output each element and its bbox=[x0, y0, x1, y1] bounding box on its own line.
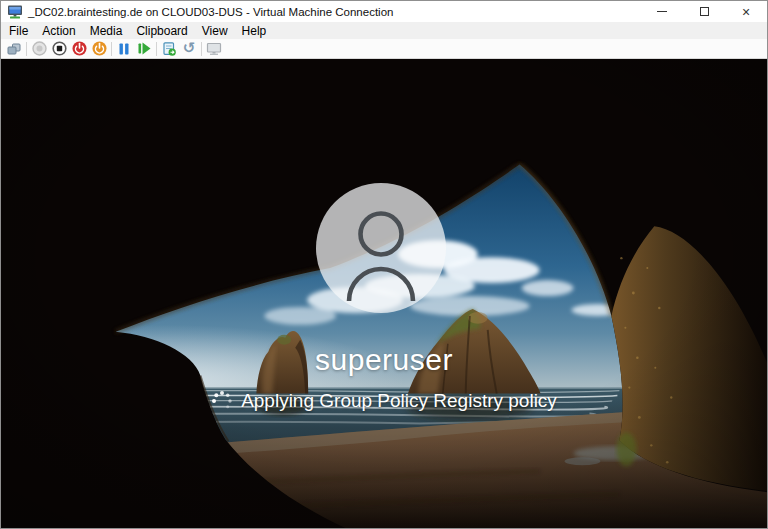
close-icon: × bbox=[742, 5, 750, 19]
save-button[interactable] bbox=[89, 40, 109, 58]
resume-button[interactable] bbox=[134, 40, 154, 58]
close-button[interactable]: × bbox=[725, 1, 767, 22]
enhanced-session-button[interactable] bbox=[204, 40, 224, 58]
pause-icon bbox=[117, 42, 131, 56]
virtual-machine-connection-icon bbox=[7, 4, 23, 20]
status-message: Applying Group Policy Registry policy bbox=[241, 390, 557, 412]
toolbar-separator bbox=[26, 42, 27, 56]
toolbar-separator bbox=[156, 42, 157, 56]
menu-clipboard[interactable]: Clipboard bbox=[129, 23, 194, 39]
vmconnect-window: _DC02.braintesting.de on CLOUD03-DUS - V… bbox=[0, 0, 768, 529]
window-title: _DC02.braintesting.de on CLOUD03-DUS - V… bbox=[28, 6, 641, 18]
menu-file[interactable]: File bbox=[2, 23, 35, 39]
pause-button[interactable] bbox=[114, 40, 134, 58]
menu-media[interactable]: Media bbox=[83, 23, 130, 39]
vm-display[interactable]: superuser Applying Group Policy Registry… bbox=[1, 59, 767, 528]
minimize-icon bbox=[657, 11, 667, 12]
toolbar-separator bbox=[111, 42, 112, 56]
user-silhouette-icon bbox=[316, 183, 446, 313]
checkpoint-icon bbox=[161, 41, 177, 57]
status-row: Applying Group Policy Registry policy bbox=[1, 390, 767, 412]
turn-off-button[interactable] bbox=[49, 40, 69, 58]
revert-icon: ↺ bbox=[183, 40, 196, 55]
resume-icon bbox=[137, 41, 152, 56]
toolbar-separator bbox=[201, 42, 202, 56]
turn-off-icon bbox=[52, 41, 67, 56]
menu-bar: File Action Media Clipboard View Help bbox=[1, 22, 767, 39]
start-button[interactable] bbox=[29, 40, 49, 58]
menu-view[interactable]: View bbox=[195, 23, 235, 39]
menu-help[interactable]: Help bbox=[235, 23, 274, 39]
title-bar[interactable]: _DC02.braintesting.de on CLOUD03-DUS - V… bbox=[1, 1, 767, 22]
progress-spinner-icon bbox=[211, 390, 233, 412]
start-icon bbox=[32, 41, 47, 56]
save-icon bbox=[92, 41, 107, 56]
shut-down-button[interactable] bbox=[69, 40, 89, 58]
ctrl-alt-del-icon bbox=[6, 41, 22, 57]
shut-down-icon bbox=[72, 41, 87, 56]
enhanced-session-icon bbox=[206, 41, 222, 57]
checkpoint-button[interactable] bbox=[159, 40, 179, 58]
ctrl-alt-del-button[interactable] bbox=[4, 40, 24, 58]
maximize-icon bbox=[700, 7, 709, 16]
signed-in-username: superuser bbox=[1, 343, 767, 377]
minimize-button[interactable] bbox=[641, 1, 683, 22]
maximize-button[interactable] bbox=[683, 1, 725, 22]
revert-button[interactable]: ↺ bbox=[179, 40, 199, 58]
toolbar: ↺ bbox=[1, 39, 767, 59]
menu-action[interactable]: Action bbox=[35, 23, 82, 39]
avatar bbox=[316, 183, 446, 313]
